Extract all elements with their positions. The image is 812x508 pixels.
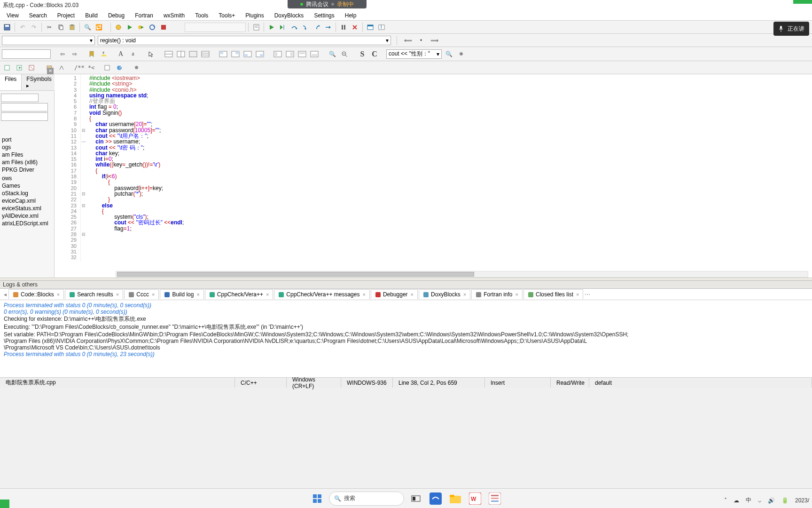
cond2-button[interactable] xyxy=(230,49,241,59)
logs-header[interactable]: Logs & others xyxy=(0,280,812,289)
menu-debug[interactable]: Debug xyxy=(103,11,129,20)
find-button[interactable]: 🔍 xyxy=(82,22,93,32)
menu-project[interactable]: Project xyxy=(53,11,79,20)
log-tab-9[interactable]: Closed files list× xyxy=(523,289,583,299)
menu-fortran[interactable]: Fortran xyxy=(130,11,158,20)
block2-button[interactable] xyxy=(176,49,186,59)
cond3-button[interactable] xyxy=(242,49,253,59)
dox6-button[interactable] xyxy=(102,63,112,73)
show-notes-button[interactable] xyxy=(251,22,261,32)
regex-toggle-button[interactable]: a xyxy=(128,49,138,59)
menu-build[interactable]: Build xyxy=(80,11,102,20)
info-button[interactable]: i xyxy=(376,22,387,32)
loop1-button[interactable] xyxy=(273,49,283,59)
tray-wifi-icon[interactable]: ⌵ xyxy=(758,497,761,504)
redo-button[interactable]: ↷ xyxy=(29,22,39,32)
loop3-button[interactable] xyxy=(297,49,307,59)
rebuild-button[interactable] xyxy=(147,22,157,32)
tab-close-icon[interactable]: × xyxy=(196,292,199,297)
copy-button[interactable] xyxy=(55,22,66,32)
tree-item[interactable]: ows xyxy=(1,175,53,182)
next-instr-button[interactable] xyxy=(323,22,333,32)
dox2-button[interactable] xyxy=(14,63,24,73)
tree-item[interactable]: oStack.log xyxy=(1,190,53,197)
menu-help[interactable]: Help xyxy=(340,11,361,20)
system-tray[interactable]: ˄ ☁ 中 ⌵ 🔊 🔋 2023/ xyxy=(724,496,809,504)
step-over-button[interactable] xyxy=(289,22,299,32)
tab-close-icon[interactable]: × xyxy=(515,292,518,297)
tree-combo-2[interactable] xyxy=(1,103,48,111)
tree-item[interactable]: atrixLEDScript.xml xyxy=(1,220,53,227)
zoom-in-button[interactable]: 🔍 xyxy=(327,49,337,59)
log-tab-8[interactable]: Fortran info× xyxy=(471,289,523,299)
app-meet-button[interactable] xyxy=(428,491,444,507)
case-toggle-button[interactable]: A xyxy=(116,49,126,59)
build-target-combo[interactable] xyxy=(185,23,246,32)
cond4-button[interactable] xyxy=(255,49,265,59)
scrollbar-thumb[interactable] xyxy=(117,272,474,277)
log-tab-5[interactable]: CppCheck/Vera++ messages× xyxy=(274,289,370,299)
menu-search[interactable]: Search xyxy=(24,11,52,20)
tray-ime[interactable]: 中 xyxy=(746,496,751,504)
log-tab-0[interactable]: Code::Blocks× xyxy=(8,289,64,299)
tab-close-icon[interactable]: × xyxy=(57,292,60,297)
log-tab-3[interactable]: Build log× xyxy=(160,289,203,299)
source-c-button[interactable]: C xyxy=(369,49,380,59)
tab-close-icon[interactable]: × xyxy=(576,292,579,297)
explorer-button[interactable] xyxy=(447,491,463,507)
abort-button[interactable] xyxy=(158,22,169,32)
tab-close-icon[interactable]: × xyxy=(152,292,155,297)
prev-button[interactable]: ⇦ xyxy=(57,49,68,59)
tray-volume-icon[interactable]: 🔊 xyxy=(768,497,775,504)
log-tab-6[interactable]: Debugger× xyxy=(371,289,418,299)
step-out-button[interactable] xyxy=(312,22,322,32)
cut-button[interactable]: ✂ xyxy=(44,22,55,32)
menu-doxyblocks[interactable]: DoxyBlocks xyxy=(270,11,309,20)
tabs-prev-button[interactable]: ◂ xyxy=(2,291,8,298)
tab-close-icon[interactable]: × xyxy=(116,292,119,297)
menu-plugins[interactable]: Plugins xyxy=(241,11,268,20)
loop2-button[interactable] xyxy=(285,49,295,59)
tree-item[interactable]: Games xyxy=(1,182,53,190)
loop4-button[interactable] xyxy=(309,49,320,59)
tab-fsymbols[interactable]: FSymbols ▸ xyxy=(22,74,56,90)
tab-close-icon[interactable]: × xyxy=(463,292,466,297)
menu-view[interactable]: View xyxy=(2,11,23,20)
menu-settings[interactable]: Settings xyxy=(309,11,339,20)
tray-chevron-icon[interactable]: ˄ xyxy=(724,497,727,504)
code-editor[interactable]: 1234567891011121314151617181920212223242… xyxy=(55,74,812,278)
file-tree[interactable]: portogsam Filesam Files (x86)PPKG Driver… xyxy=(0,91,54,278)
tree-item[interactable]: am Files (x86) xyxy=(1,159,53,166)
app-list-button[interactable] xyxy=(487,491,503,507)
debug-stop-button[interactable] xyxy=(350,22,360,32)
log-tab-more[interactable]: ⋯ xyxy=(584,291,591,298)
tree-item[interactable]: eviceStatus.xml xyxy=(1,205,53,212)
replace-button[interactable]: 🔁 xyxy=(94,22,104,32)
close-panel-icon[interactable]: ✕ xyxy=(47,68,54,74)
log-tab-1[interactable]: Search results× xyxy=(65,289,123,299)
block3-button[interactable] xyxy=(188,49,198,59)
cond1-button[interactable] xyxy=(218,49,228,59)
debug-windows-button[interactable] xyxy=(365,22,375,32)
log-tab-2[interactable]: Cccc× xyxy=(124,289,159,299)
run-to-cursor-button[interactable] xyxy=(278,22,288,32)
tree-combo-1[interactable] xyxy=(1,94,39,102)
dox-settings-button[interactable] xyxy=(131,63,141,73)
log-tab-7[interactable]: DoxyBlocks× xyxy=(419,289,470,299)
taskview-button[interactable] xyxy=(408,491,424,507)
tree-item[interactable]: PPKG Driver xyxy=(1,166,53,174)
zoom-out-button[interactable] xyxy=(339,49,350,59)
start-button[interactable] xyxy=(309,491,325,507)
windows-taskbar[interactable]: 🔍搜索 W xyxy=(0,488,812,508)
jump-back-button[interactable]: ⟸ xyxy=(403,35,413,46)
paste-button[interactable] xyxy=(67,22,77,32)
build-run-button[interactable] xyxy=(136,22,146,32)
undo-button[interactable]: ↶ xyxy=(17,22,28,32)
menu-tools+[interactable]: Tools+ xyxy=(214,11,240,20)
debug-pause-button[interactable] xyxy=(338,22,349,32)
tree-item[interactable]: yAllDevice.xml xyxy=(1,212,53,220)
bookmark-button[interactable] xyxy=(86,49,97,59)
fold-gutter[interactable]: ⊟—⊟⊟⊟ xyxy=(81,74,86,262)
block1-button[interactable] xyxy=(164,49,174,59)
tab-close-icon[interactable]: × xyxy=(266,292,269,297)
